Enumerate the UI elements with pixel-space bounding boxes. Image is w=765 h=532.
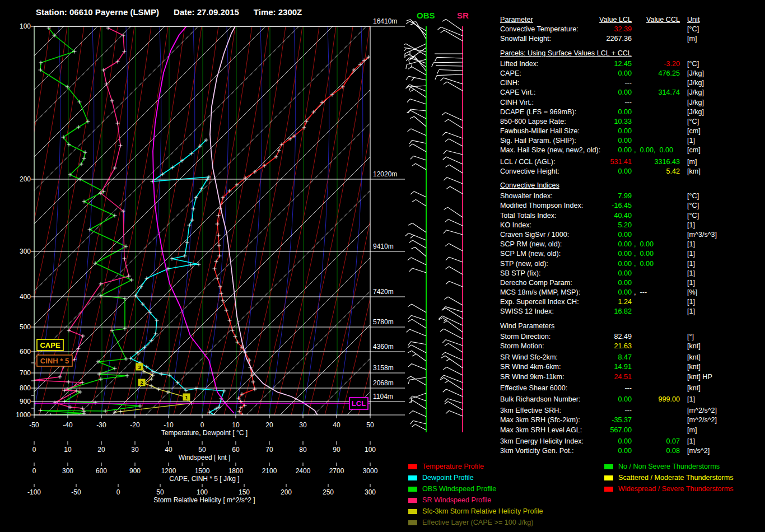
unit-label: [°C] xyxy=(687,25,699,34)
value-lcl: 567.00 xyxy=(567,426,632,435)
unit-label: [cm] xyxy=(687,127,701,136)
col-parameter: Parameter xyxy=(500,15,533,25)
unit-label: [1] xyxy=(687,259,695,269)
legend-swatch-icon xyxy=(408,509,417,514)
value-lcl: 40.40 xyxy=(567,211,632,221)
axis-title: Windspeed [ knt ] xyxy=(179,454,231,461)
value-lcl: 14.91 xyxy=(567,362,632,372)
unit-label: [°C] xyxy=(687,192,699,201)
parameter-label: SR Wind 4km-6km: xyxy=(500,362,561,372)
profile-legend-item: Sfc-3km Storm Relative Helicity Profile xyxy=(408,506,543,517)
table-row: SCP LM (new, old):0.00, 0.00[1] xyxy=(500,249,765,259)
parameter-label: STP (new, old): xyxy=(500,259,548,269)
obs-wind-column xyxy=(404,20,426,432)
wind-barb xyxy=(446,367,463,375)
axis-tick-label: 300 xyxy=(62,467,73,475)
unit-label: [°C] xyxy=(687,59,699,69)
table-row: 850-600 Lapse Rate:10.33[°C] xyxy=(500,117,765,127)
table-row: Effective Shear 6000:---[knt] xyxy=(500,384,765,393)
wind-barb xyxy=(444,375,463,382)
altitude-label: 5780m xyxy=(373,318,394,326)
axis-tick-label: 0 xyxy=(116,488,120,496)
parameter-label: LCL / CCL (AGL): xyxy=(500,157,555,167)
parameters-table-rows: Convective Temperature:32.39[°C]Snowfall… xyxy=(500,25,765,456)
value-lcl: 10.33 xyxy=(567,117,632,127)
wind-barb xyxy=(413,400,426,409)
table-row: SR Wind Sfc-2km:8.47[knt] xyxy=(500,353,765,362)
unit-label: [J/kg] xyxy=(687,98,704,108)
parameters-table: Parameter Value LCL Value CCL Unit Conve… xyxy=(500,15,765,456)
pressure-tick-label: 400 xyxy=(20,293,31,301)
unit-label: [m] xyxy=(687,34,697,44)
legend-label: Widespread / Severe Thunderstorms xyxy=(618,485,734,493)
table-row: Convective Temperature:32.39[°C] xyxy=(500,25,765,34)
value-lcl: 0.00 xyxy=(567,240,632,249)
axis-tick-label: 40 xyxy=(333,421,340,429)
parameter-label: Effective Shear 6000: xyxy=(500,384,567,393)
unit-label: [1] xyxy=(687,278,695,288)
legend-label: No / Non Severe Thunderstorms xyxy=(618,463,720,470)
value-lcl: 5.20 xyxy=(567,221,632,230)
wind-barb xyxy=(448,297,463,305)
wind-barb xyxy=(409,76,426,80)
wind-barb xyxy=(446,19,463,31)
table-row: Fawbush-Miller Hail Size:0.00[cm] xyxy=(500,127,765,136)
wind-barb xyxy=(411,315,426,320)
parameter-label: Showalter Index: xyxy=(500,192,553,201)
severity-legend-item: No / Non Severe Thunderstorms xyxy=(604,461,734,472)
axis-tick-label: 300 xyxy=(365,488,376,496)
parameter-label: Convective Temperature: xyxy=(500,25,579,34)
wind-barb xyxy=(436,66,463,66)
parameter-label: Storm Motion: xyxy=(500,342,544,351)
wind-barb xyxy=(446,151,463,155)
value-lcl: 16.82 xyxy=(567,307,632,316)
severity-legend: No / Non Severe ThunderstormsScattered /… xyxy=(604,461,734,494)
sr-windspeed-profile xyxy=(34,28,129,412)
legend-label: SR Windspeed Profile xyxy=(422,496,491,504)
parameter-label: 3km Vorticity Gen. Pot.: xyxy=(500,446,574,456)
table-row: STP (new, old):0.00, 0.00[1] xyxy=(500,259,765,269)
value-extra: , 0.00 xyxy=(634,259,654,269)
parameter-label: CINH: xyxy=(500,78,519,88)
wind-barb xyxy=(445,352,463,360)
lcl-label: LCL xyxy=(352,399,366,408)
legend-swatch-icon xyxy=(408,498,417,503)
sounding-app: Station: 06610 Payerne (LSMP)Date: 27.09… xyxy=(0,0,765,532)
wind-barb xyxy=(411,258,426,265)
wind-barb xyxy=(413,410,426,417)
wind-barb xyxy=(445,113,463,120)
unit-label: [m^3/s^3] xyxy=(687,230,717,240)
value-lcl: --- xyxy=(567,98,632,108)
wind-barb xyxy=(413,396,426,401)
wind-barb xyxy=(410,99,426,104)
pressure-tick-label: 300 xyxy=(20,248,31,255)
parameter-label: KO Index: xyxy=(500,221,531,230)
table-row: Storm Motion:21.63[knt] xyxy=(500,342,765,351)
altitude-label: 12020m xyxy=(373,170,397,178)
table-section-header: Convective Indices xyxy=(500,181,765,190)
parameter-label: 3km Effective SRH: xyxy=(500,406,561,416)
wind-barb xyxy=(412,319,426,328)
srh-level-marker: 1 xyxy=(185,395,188,400)
table-row: Exp. Supercell Index CH:1.24[1] xyxy=(500,297,765,307)
axis-tick-label: 90 xyxy=(333,446,340,454)
wind-barb xyxy=(412,345,426,353)
wind-barb xyxy=(409,329,426,336)
sr-wind-column xyxy=(432,19,463,432)
axis-tick-label: 250 xyxy=(323,488,334,496)
wind-barb xyxy=(449,165,463,173)
wind-barb xyxy=(449,244,463,251)
pressure-tick-label: 500 xyxy=(20,323,31,331)
parameter-label: CAPE: xyxy=(500,69,521,78)
altitude-label: 2068m xyxy=(373,379,394,387)
parameter-label: Snowfall Height: xyxy=(500,34,551,44)
wind-barb xyxy=(416,164,426,170)
wind-barb xyxy=(408,233,426,240)
altitude-label: 4360m xyxy=(373,343,394,351)
table-row: Max. Hail Size (new, new2, old):0.00, 0.… xyxy=(500,146,765,155)
profile-legend-item: Effective Layer (CAPE >= 100 J/kg) xyxy=(408,517,543,528)
legend-label: Effective Layer (CAPE >= 100 J/kg) xyxy=(422,519,534,526)
unit-label: [knt] xyxy=(687,362,701,372)
unit-label: [1] xyxy=(687,221,695,230)
cape-label: CAPE xyxy=(40,341,60,349)
